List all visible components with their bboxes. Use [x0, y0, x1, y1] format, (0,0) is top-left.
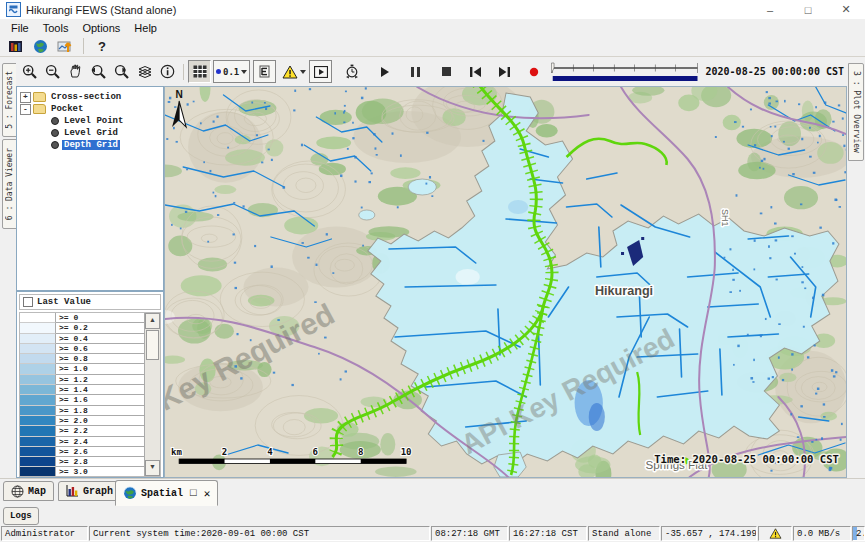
tree-item[interactable]: Depth Grid: [17, 139, 163, 151]
menu-item[interactable]: Help: [127, 21, 164, 35]
close-button[interactable]: ✕: [827, 0, 865, 19]
scroll-down-icon[interactable]: ▼: [145, 460, 160, 476]
legend-label: >= 0.4: [56, 334, 144, 344]
legend-swatch: [20, 426, 56, 436]
tree-item-label: Level Point: [62, 116, 125, 126]
warning-icon: [769, 528, 782, 539]
globe-icon: [123, 486, 137, 500]
tree-item-icon: [33, 104, 46, 114]
tree-item-icon: [51, 117, 59, 125]
skip-to-start-button[interactable]: [464, 60, 487, 83]
scale-bar-segments: [179, 459, 406, 464]
tree-expander[interactable]: +: [20, 92, 31, 103]
legend-row: >= 0.4: [20, 334, 144, 344]
legend-row: >= 2.4: [20, 437, 144, 447]
last-value-checkbox[interactable]: [23, 297, 33, 307]
tab-spatial[interactable]: Spatial □ ✕: [115, 480, 218, 506]
legend-row: >= 0.8: [20, 354, 144, 364]
zoom-next-icon[interactable]: [110, 60, 133, 83]
legend-swatch: [20, 375, 56, 385]
grid-interval-dropdown[interactable]: 0.1: [213, 60, 250, 83]
tree-item-icon: [51, 129, 59, 137]
timeline-date: 2020-08-25 00:00:00 CST: [706, 66, 844, 77]
tab-data-viewer[interactable]: 6 : Data Viewer: [2, 139, 17, 229]
menu-item[interactable]: Tools: [36, 21, 76, 35]
legend-label: >= 1.0: [56, 364, 144, 374]
map-view[interactable]: API Key Required API Key Required Hikura…: [164, 86, 847, 478]
legend-row: >= 2.2: [20, 426, 144, 436]
legend-row: >= 3.0: [20, 467, 144, 476]
legend-label: >= 0: [56, 313, 144, 323]
help-button[interactable]: ?: [91, 37, 113, 55]
label-display-icon[interactable]: [253, 60, 276, 83]
zoom-out-icon[interactable]: [41, 60, 64, 83]
play-button[interactable]: [373, 60, 396, 83]
toolbar-separator: [83, 38, 84, 54]
record-button[interactable]: [522, 60, 545, 83]
legend-label: >= 3.0: [56, 467, 144, 476]
zoom-in-icon[interactable]: [18, 60, 41, 83]
legend-label: >= 2.6: [56, 447, 144, 457]
scroll-thumb[interactable]: [146, 330, 159, 360]
menu-bar: FileToolsOptionsHelp: [0, 19, 865, 36]
legend-label: >= 1.6: [56, 395, 144, 405]
legend-swatch: [20, 406, 56, 416]
status-local-time: 16:27:18 CST: [509, 526, 587, 541]
zoom-previous-icon[interactable]: [87, 60, 110, 83]
grid-dot-icon: [216, 69, 221, 74]
status-warning-cell[interactable]: [758, 526, 792, 541]
tab-map[interactable]: Map: [3, 481, 54, 501]
grid-display-toggle[interactable]: [188, 60, 211, 83]
title-bar: Hikurangi FEWS (Stand alone) – □ ✕: [0, 0, 865, 20]
legend-row: >= 1.6: [20, 395, 144, 405]
menu-item[interactable]: File: [4, 21, 36, 35]
left-tab-strip: 5 : Forecast 6 : Data Viewer: [0, 57, 16, 478]
wire-globe-icon: [11, 485, 24, 498]
map-time-label: Time: 2020-08-25 00:00:00 CST: [654, 453, 839, 465]
skip-to-end-button[interactable]: [493, 60, 516, 83]
spatial-display-icon[interactable]: [54, 37, 76, 55]
layer-tree-panel: + Cross-section - Pocket Level Point Lev…: [16, 86, 164, 291]
explorer-icon[interactable]: [4, 37, 26, 55]
svg-text:2: 2: [222, 447, 227, 457]
tree-item[interactable]: Level Point: [17, 115, 163, 127]
legend-swatch: [20, 334, 56, 344]
tab-forecast[interactable]: 5 : Forecast: [2, 63, 17, 137]
timeline-slider[interactable]: [551, 60, 699, 84]
pause-button[interactable]: [404, 60, 427, 83]
tree-item[interactable]: - Pocket: [17, 103, 163, 115]
tab-close-icon[interactable]: ✕: [204, 487, 211, 500]
window-title: Hikurangi FEWS (Stand alone): [26, 4, 176, 16]
animation-player-icon[interactable]: [309, 60, 332, 83]
legend-label: >= 1.8: [56, 406, 144, 416]
chevron-down-icon: [241, 70, 247, 74]
logs-button[interactable]: Logs: [3, 507, 39, 525]
stop-button[interactable]: [435, 60, 458, 83]
main-toolbar: ?: [0, 36, 865, 57]
pan-hand-icon[interactable]: [64, 60, 87, 83]
tree-item[interactable]: Level Grid: [17, 127, 163, 139]
legend-swatch: [20, 364, 56, 374]
thresholds-dropdown[interactable]: [279, 60, 309, 83]
tree-expander[interactable]: -: [20, 104, 31, 115]
legend-row: >= 2.0: [20, 416, 144, 426]
svg-text:km: km: [171, 447, 182, 457]
tab-plot-overview[interactable]: 3 : Plot Overview: [848, 63, 864, 161]
export-timeseries-icon[interactable]: [340, 60, 363, 83]
status-system-time: Current system time:2020-09-01 00:00 CST: [89, 526, 430, 541]
tree-item[interactable]: + Cross-section: [17, 91, 163, 103]
tab-graph[interactable]: Graph: [58, 481, 121, 501]
maximize-button[interactable]: □: [789, 0, 827, 19]
tab-restore-icon[interactable]: □: [190, 487, 197, 499]
map-globe-icon[interactable]: [29, 37, 51, 55]
app-icon: [6, 2, 21, 17]
svg-text:8: 8: [358, 447, 363, 457]
scroll-up-icon[interactable]: ▲: [145, 313, 160, 329]
svg-text:N: N: [175, 89, 182, 100]
legend-row: >= 1.8: [20, 406, 144, 416]
layers-icon[interactable]: [133, 60, 156, 83]
menu-item[interactable]: Options: [75, 21, 127, 35]
legend-scrollbar[interactable]: ▲ ▼: [144, 313, 160, 476]
minimize-button[interactable]: –: [751, 0, 789, 19]
info-icon[interactable]: [156, 60, 179, 83]
